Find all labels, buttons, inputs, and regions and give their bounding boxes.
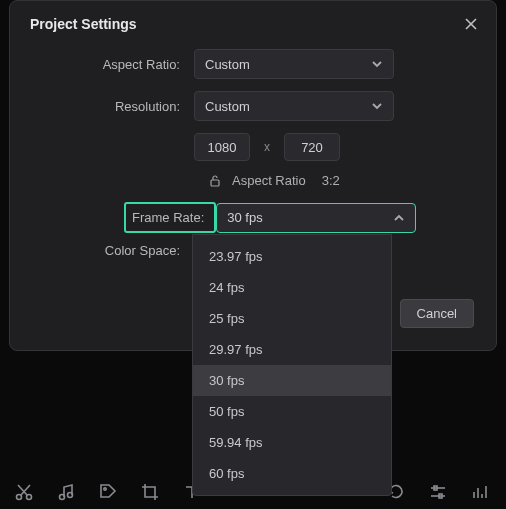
frame-rate-option[interactable]: 60 fps <box>193 458 391 489</box>
levels-tool[interactable] <box>470 482 490 502</box>
frame-rate-option[interactable]: 23.97 fps <box>193 241 391 272</box>
color-space-label: Color Space: <box>34 243 194 258</box>
aspect-ratio-select[interactable]: Custom <box>194 49 394 79</box>
chevron-up-icon <box>393 212 405 224</box>
svg-point-9 <box>104 488 106 490</box>
resolution-width-input[interactable]: 1080 <box>194 133 250 161</box>
resolution-value: Custom <box>205 99 250 114</box>
resolution-select[interactable]: Custom <box>194 91 394 121</box>
frame-rate-option[interactable]: 30 fps <box>193 365 391 396</box>
resolution-height-input[interactable]: 720 <box>284 133 340 161</box>
frame-rate-option[interactable]: 29.97 fps <box>193 334 391 365</box>
svg-rect-2 <box>211 180 219 186</box>
cancel-button[interactable]: Cancel <box>400 299 474 328</box>
aspect-ratio-label: Aspect Ratio: <box>34 57 194 72</box>
chevron-down-icon <box>371 100 383 112</box>
frame-rate-option[interactable]: 25 fps <box>193 303 391 334</box>
svg-point-3 <box>17 495 22 500</box>
frame-rate-dropdown: 23.97 fps 24 fps 25 fps 29.97 fps 30 fps… <box>192 234 392 496</box>
close-icon <box>464 17 478 31</box>
aspect-ratio-value: Custom <box>205 57 250 72</box>
dialog-title: Project Settings <box>30 16 137 32</box>
frame-rate-label: Frame Rate: <box>124 202 216 233</box>
adjust-tool[interactable] <box>428 482 448 502</box>
cut-tool[interactable] <box>14 482 34 502</box>
close-button[interactable] <box>462 15 480 33</box>
frame-rate-option[interactable]: 50 fps <box>193 396 391 427</box>
unlock-icon[interactable] <box>208 174 222 188</box>
frame-rate-option[interactable]: 59.94 fps <box>193 427 391 458</box>
chevron-down-icon <box>371 58 383 70</box>
frame-rate-value: 30 fps <box>227 210 262 225</box>
resolution-x-separator: x <box>264 140 270 154</box>
music-tool[interactable] <box>56 482 76 502</box>
frame-rate-select[interactable]: 30 fps <box>216 203 416 233</box>
lock-aspect-ratio: 3:2 <box>322 173 340 188</box>
resolution-label: Resolution: <box>34 99 194 114</box>
crop-tool[interactable] <box>140 482 160 502</box>
frame-rate-option[interactable]: 24 fps <box>193 272 391 303</box>
lock-aspect-label: Aspect Ratio <box>232 173 306 188</box>
svg-point-4 <box>27 495 32 500</box>
tag-tool[interactable] <box>98 482 118 502</box>
